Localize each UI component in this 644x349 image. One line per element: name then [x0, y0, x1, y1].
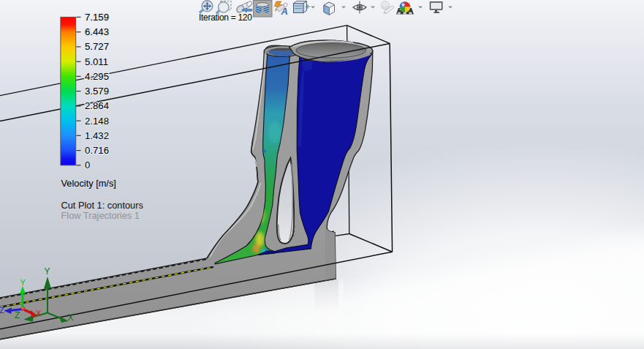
svg-text:Y: Y [45, 266, 50, 277]
svg-text:1.432: 1.432 [85, 130, 109, 141]
svg-text:7.159: 7.159 [85, 12, 109, 23]
svg-text:2.148: 2.148 [85, 116, 109, 127]
svg-text:X: X [36, 309, 42, 318]
svg-text:Y: Y [20, 278, 26, 287]
svg-text:5.011: 5.011 [85, 56, 108, 67]
svg-text:5.727: 5.727 [85, 41, 109, 52]
svg-text:0: 0 [85, 160, 90, 170]
svg-text:Flow Trajectories 1: Flow Trajectories 1 [61, 210, 140, 221]
svg-text:Iteration = 120: Iteration = 120 [199, 12, 252, 23]
svg-text:Z: Z [15, 310, 20, 320]
svg-text:2.864: 2.864 [85, 100, 109, 111]
svg-text:3.579: 3.579 [85, 86, 109, 97]
svg-text:Z: Z [0, 306, 4, 315]
svg-text:0.716: 0.716 [85, 145, 109, 156]
svg-text:Cut Plot 1: contours: Cut Plot 1: contours [61, 200, 143, 211]
svg-text:A: A [281, 6, 288, 17]
svg-text:6.443: 6.443 [85, 26, 109, 37]
svg-text:Velocity [m/s]: Velocity [m/s] [61, 178, 116, 189]
svg-text:4.295: 4.295 [85, 71, 109, 82]
svg-text:X: X [68, 312, 74, 323]
